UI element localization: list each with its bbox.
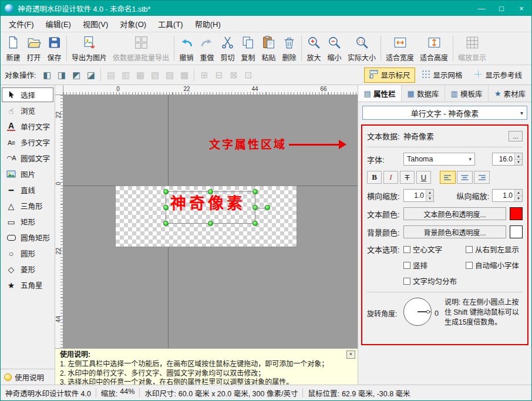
fit-width-button[interactable]: 适合宽度 [383,34,417,63]
flip-horizontal-icon[interactable]: ◧ [40,68,53,82]
tool-multi-line-text[interactable]: A≡ 多行文字 [2,135,53,150]
selection-handle-sw[interactable] [163,221,169,226]
show-grid-toggle[interactable]: 显示网格 [416,68,467,83]
stepper-up-icon[interactable]: ▲ [515,190,522,196]
export-image-button[interactable]: 导出为图片 [69,34,110,63]
text-data-value[interactable]: 神奇像素 [403,130,509,141]
tab-materials[interactable]: ★ 素材库 [489,85,531,102]
paste-button[interactable]: 粘贴 [258,34,279,63]
italic-button[interactable]: I [383,171,398,184]
menu-view[interactable]: 视图(V) [77,16,114,32]
checkbox-hollow-text[interactable]: 空心文字 [403,244,463,255]
cut-button[interactable]: 剪切 [217,34,238,63]
menu-help[interactable]: 帮助(H) [189,16,227,32]
v-scale-stepper[interactable]: 1.0 ▲▼ [492,189,523,202]
usage-help-button[interactable]: 使用说明 [1,369,55,385]
rotate-right-icon[interactable]: ◪ [84,68,97,82]
tool-arc-text[interactable]: ◠A 圆弧文字 [2,151,53,166]
maximize-button[interactable]: □ [491,1,511,16]
align-left-button[interactable] [440,171,456,184]
strikethrough-button[interactable]: T [400,171,415,184]
rotation-dial[interactable] [403,298,432,326]
tab-database[interactable]: ▦ 数据库 [402,85,445,102]
ruler-v-label: 0 [55,182,63,186]
save-button[interactable]: 保存 [44,34,65,63]
stepper-up-icon[interactable]: ▲ [426,190,433,196]
zoom-display-group: 缩放显示 [455,34,489,63]
checkbox-even-distribution[interactable]: 文字均匀分布 [403,275,463,287]
menu-object[interactable]: 对象(O) [114,16,152,32]
show-guides-toggle[interactable]: 显示参考线 [469,68,527,83]
tab-templates[interactable]: ▥ 模板库 [445,85,489,102]
font-family-dropdown[interactable]: Tahoma ▾ [403,153,475,166]
stepper-down-icon[interactable]: ▼ [515,160,522,166]
selection-box[interactable] [166,191,255,224]
new-button[interactable]: 新建 [3,34,23,63]
redo-button[interactable]: 重做 [197,34,217,63]
menu-tools[interactable]: 工具(T) [152,16,189,32]
tool-single-line-text[interactable]: A 单行文字 [2,119,53,134]
tool-select[interactable]: 选择 [2,87,53,102]
align-right-button[interactable] [474,171,490,184]
zoom-out-button[interactable]: 缩小 [324,34,345,63]
tab-properties[interactable]: ▤ 属性栏 [358,85,402,102]
stepper-arrows: ▲▼ [514,153,522,165]
text-data-more-button[interactable]: ... [509,131,523,141]
text-color-button[interactable]: 文本颜色和透明度... [403,207,506,220]
tool-pan[interactable]: ☝ 浏览 [2,103,53,118]
align-center-button[interactable] [457,171,473,184]
copy-icon [241,35,255,52]
grid-icon [422,70,430,80]
menu-file[interactable]: 文件(F) [3,16,40,32]
bg-color-swatch[interactable] [510,225,523,238]
selection-handle-ne[interactable] [252,189,258,194]
underline-button[interactable]: U [416,171,431,184]
tool-rectangle[interactable]: ▭ 矩形 [2,214,53,229]
selection-handle-se[interactable] [252,221,258,226]
selection-handle-nw[interactable] [163,189,169,194]
minimize-button[interactable]: — [472,1,491,16]
rotation-handle[interactable] [265,205,270,210]
copy-button[interactable]: 复制 [238,34,258,63]
delete-button[interactable]: 删除 [279,34,299,63]
canvas-area[interactable]: 神奇像素 文字属性区域 0 22 44 66 [55,85,358,385]
close-button[interactable]: × [511,1,531,16]
open-button[interactable]: 打开 [23,34,44,63]
selection-handle-w[interactable] [163,205,169,210]
bg-color-button[interactable]: 背景颜色和透明度... [403,225,506,238]
stepper-down-icon[interactable]: ▼ [426,196,433,202]
tool-triangle[interactable]: △ 三角形 [2,198,53,213]
flip-vertical-icon[interactable]: ◨ [55,68,68,82]
tool-line[interactable]: ━ 直线 [2,183,53,197]
help-close-button[interactable]: × [346,351,355,359]
tool-rounded-rectangle[interactable]: 圆角矩形 [2,230,53,245]
actual-size-button[interactable]: 1:1 实际大小 [345,34,379,63]
text-color-swatch[interactable] [510,207,523,220]
font-size-stepper[interactable]: 16.0 ▲▼ [492,153,523,166]
selection-handle-n[interactable] [208,189,213,194]
checkbox-vertical-text[interactable]: 竖排 [403,260,463,271]
bold-button[interactable]: B [367,171,382,184]
show-ruler-toggle[interactable]: 显示标尺 [364,68,415,83]
ruler-h-label: 44 [251,86,258,92]
help-title: 使用说明: [60,351,353,360]
h-scale-stepper[interactable]: 1.0 ▲▼ [403,189,434,202]
rotate-left-icon[interactable]: ◩ [69,68,83,82]
open-folder-icon [26,35,41,52]
tool-diamond[interactable]: ◇ 菱形 [2,262,53,277]
tool-star[interactable]: ★ 五角星 [2,278,53,292]
selection-handle-s[interactable] [208,221,213,226]
fit-height-icon [427,35,442,52]
tool-image[interactable]: 图片 [2,167,53,181]
fit-height-button[interactable]: 适合高度 [417,34,451,63]
tool-circle[interactable]: ○ 圆形 [2,246,53,261]
checkbox-right-to-left[interactable]: 从右到左显示 [466,244,523,255]
dial-handle-dot[interactable] [426,310,430,314]
undo-button[interactable]: 撤销 [176,34,197,63]
stepper-up-icon[interactable]: ▲ [515,153,522,160]
zoom-in-button[interactable]: 放大 [304,34,324,63]
stepper-down-icon[interactable]: ▼ [515,196,522,202]
object-selector-dropdown[interactable]: 单行文字 - 神奇像素 ▾ [362,106,527,120]
menu-edit[interactable]: 编辑(E) [40,16,77,32]
checkbox-auto-shrink[interactable]: 自动缩小字体 [466,260,523,271]
